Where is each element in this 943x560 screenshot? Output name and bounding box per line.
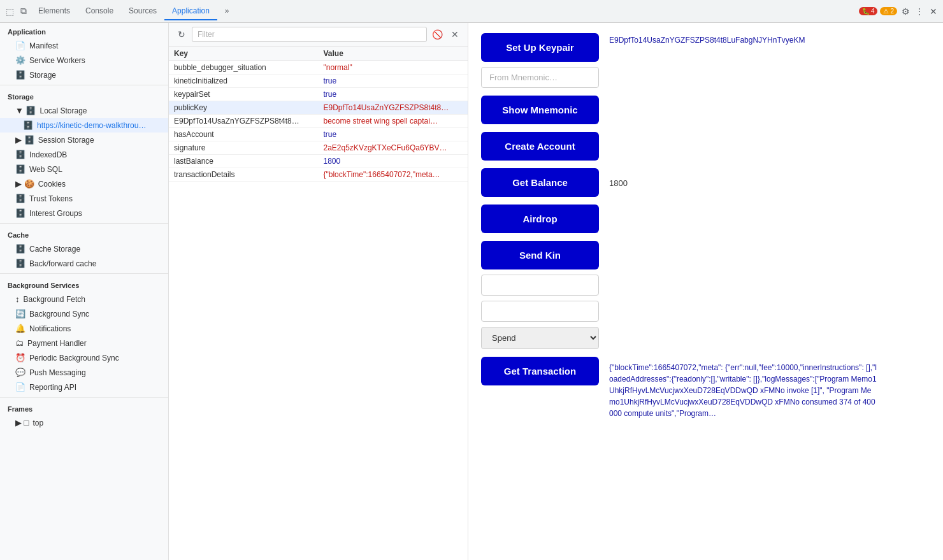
table-cell-value: 1800	[319, 155, 468, 168]
setup-keypair-button[interactable]: Set Up Keypair	[481, 33, 599, 62]
get-transaction-group: Get Transaction {"blockTime":1665407072,…	[481, 357, 930, 419]
websql-icon: 🗄️	[15, 164, 25, 174]
sidebar-item-indexeddb[interactable]: 🗄️ IndexedDB	[0, 147, 168, 162]
application-section-header: Application	[0, 23, 168, 38]
get-balance-button[interactable]: Get Balance	[481, 168, 599, 197]
bg-fetch-icon: ↕	[15, 294, 20, 304]
bg-services-header: Background Services	[0, 276, 168, 292]
balance-value: 1800	[609, 168, 628, 188]
refresh-button[interactable]: ↻	[174, 27, 189, 42]
table-cell-value: true	[319, 88, 468, 101]
sidebar-item-bg-fetch[interactable]: ↕ Background Fetch	[0, 292, 168, 306]
show-mnemonic-group: Show Mnemonic	[481, 96, 930, 124]
payment-handler-icon: 🗂	[15, 338, 24, 348]
indexeddb-icon: 🗄️	[15, 150, 25, 159]
divider-3	[0, 273, 168, 274]
tab-console[interactable]: Console	[78, 3, 121, 20]
table-row[interactable]: transactionDetails{"blockTime":166540707…	[169, 168, 468, 182]
element-picker-icon[interactable]: ⬚	[3, 5, 16, 18]
table-cell-key: E9DpfTo14UsaZnYGZFSZPS8t4t8…	[169, 115, 319, 128]
close-icon[interactable]: ✕	[927, 5, 940, 18]
table-row[interactable]: lastBalance1800	[169, 155, 468, 168]
table-cell-value: "normal"	[319, 61, 468, 75]
table-row[interactable]: kineticInitializedtrue	[169, 75, 468, 88]
filter-input[interactable]	[192, 27, 427, 42]
sidebar-item-websql[interactable]: 🗄️ Web SQL	[0, 162, 168, 176]
sidebar-item-reporting-api[interactable]: 📄 Reporting API	[0, 380, 168, 394]
sidebar-item-frames-top[interactable]: ▶ □ top	[0, 415, 168, 430]
amount-input[interactable]: 77	[481, 275, 599, 296]
sidebar-item-cookies[interactable]: ▶ 🍪 Cookies	[0, 176, 168, 191]
table-cell-key: transactionDetails	[169, 168, 319, 182]
setup-keypair-col: Set Up Keypair	[481, 33, 599, 88]
col-header-key: Key	[169, 47, 319, 61]
tab-application[interactable]: Application	[164, 3, 217, 20]
destination-input[interactable]: 7ssR45gXV2qnxP2nQy9sU…	[481, 301, 599, 322]
warning-badge: ⚠2	[880, 7, 897, 15]
table-cell-value: true	[319, 128, 468, 141]
send-kin-group: Send Kin 77 7ssR45gXV2qnxP2nQy9sU… Spend…	[481, 241, 930, 349]
back-forward-cache-icon: 🗄️	[15, 259, 25, 268]
notifications-icon: 🔔	[15, 324, 25, 333]
table-cell-key: lastBalance	[169, 155, 319, 168]
tab-more[interactable]: »	[217, 3, 237, 20]
devtools-toolbar: ⬚ ⧉ Elements Console Sources Application…	[0, 0, 943, 23]
sidebar-item-periodic-bg-sync[interactable]: ⏰ Periodic Background Sync	[0, 350, 168, 365]
divider-2	[0, 223, 168, 224]
create-account-button[interactable]: Create Account	[481, 132, 599, 161]
periodic-bg-sync-icon: ⏰	[15, 353, 25, 363]
tab-elements[interactable]: Elements	[31, 3, 78, 20]
sidebar-item-local-storage-url[interactable]: 🗄️ https://kinetic-demo-walkthrou…	[0, 118, 168, 133]
main-layout: Application 📄 Manifest ⚙️ Service Worker…	[0, 23, 943, 560]
more-options-icon[interactable]: ⋮	[913, 5, 926, 18]
table-row[interactable]: E9DpfTo14UsaZnYGZFSZPS8t4t8…become stree…	[169, 115, 468, 128]
cache-storage-icon: 🗄️	[15, 244, 25, 254]
clear-storage-button[interactable]: 🚫	[429, 27, 445, 42]
frames-top-icon: ▶ □	[15, 418, 29, 427]
table-cell-key: keypairSet	[169, 88, 319, 101]
sidebar-item-manifest[interactable]: 📄 Manifest	[0, 38, 168, 53]
keypair-display: E9DpfTo14UsaZnYGZFSZPS8t4t8LuFabgNJYHnTv…	[609, 33, 805, 47]
show-mnemonic-button[interactable]: Show Mnemonic	[481, 96, 599, 124]
sidebar-item-trust-tokens[interactable]: 🗄️ Trust Tokens	[0, 191, 168, 206]
interest-groups-icon: 🗄️	[15, 208, 25, 218]
from-mnemonic-input[interactable]	[481, 67, 599, 88]
device-toggle-icon[interactable]: ⧉	[17, 5, 30, 18]
memo-type-select[interactable]: Spend Earn P2P	[481, 327, 599, 349]
get-transaction-button[interactable]: Get Transaction	[481, 357, 599, 385]
table-row[interactable]: bubble_debugger_situation"normal"	[169, 61, 468, 75]
table-cell-value: E9DpfTo14UsaZnYGZFSZPS8t4t8…	[319, 101, 468, 115]
sidebar-item-notifications[interactable]: 🔔 Notifications	[0, 321, 168, 336]
tab-sources[interactable]: Sources	[121, 3, 164, 20]
sidebar-item-service-workers[interactable]: ⚙️ Service Workers	[0, 53, 168, 68]
settings-icon[interactable]: ⚙	[899, 5, 912, 18]
get-balance-group: Get Balance 1800	[481, 168, 930, 197]
table-cell-key: bubble_debugger_situation	[169, 61, 319, 75]
right-panel: Set Up Keypair E9DpfTo14UsaZnYGZFSZPS8t4…	[468, 23, 943, 560]
filter-bar: ↻ 🚫 ✕	[169, 23, 468, 47]
table-cell-value: true	[319, 75, 468, 88]
table-row[interactable]: keypairSettrue	[169, 88, 468, 101]
sidebar-item-back-forward-cache[interactable]: 🗄️ Back/forward cache	[0, 256, 168, 271]
delete-button[interactable]: ✕	[447, 27, 463, 42]
table-row[interactable]: signature2aE2q5zKVzgKTXeCFu6Qa6YBV…	[169, 141, 468, 155]
sidebar-item-storage[interactable]: 🗄️ Storage	[0, 68, 168, 82]
sidebar-item-cache-storage[interactable]: 🗄️ Cache Storage	[0, 241, 168, 256]
sidebar-item-bg-sync[interactable]: 🔄 Background Sync	[0, 306, 168, 321]
sidebar: Application 📄 Manifest ⚙️ Service Worker…	[0, 23, 169, 560]
col-header-value: Value	[319, 47, 468, 61]
airdrop-button[interactable]: Airdrop	[481, 205, 599, 233]
sidebar-item-push-messaging[interactable]: 💬 Push Messaging	[0, 365, 168, 380]
table-row[interactable]: hasAccounttrue	[169, 128, 468, 141]
sidebar-item-local-storage[interactable]: ▼ 🗄️ Local Storage	[0, 103, 168, 118]
storage-table-container: Key Value bubble_debugger_situation"norm…	[169, 47, 468, 560]
table-cell-value: become street wing spell captai…	[319, 115, 468, 128]
table-cell-key: hasAccount	[169, 128, 319, 141]
send-kin-button[interactable]: Send Kin	[481, 241, 599, 269]
session-storage-icon: ▶ 🗄️	[15, 135, 34, 145]
sidebar-item-session-storage[interactable]: ▶ 🗄️ Session Storage	[0, 133, 168, 147]
cache-section-header: Cache	[0, 226, 168, 241]
sidebar-item-payment-handler[interactable]: 🗂 Payment Handler	[0, 336, 168, 350]
sidebar-item-interest-groups[interactable]: 🗄️ Interest Groups	[0, 206, 168, 220]
table-row[interactable]: publicKeyE9DpfTo14UsaZnYGZFSZPS8t4t8…	[169, 101, 468, 115]
